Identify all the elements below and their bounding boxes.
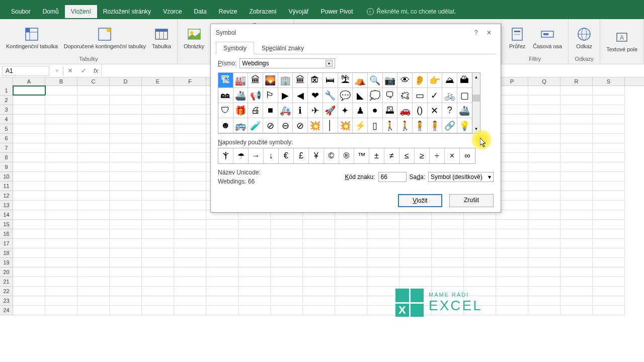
cell[interactable]	[528, 96, 560, 105]
symbol-cell[interactable]: 🛏	[323, 73, 338, 88]
tell-me[interactable]: ♀ Řekněte mi, co chcete udělat.	[367, 8, 456, 15]
cell[interactable]	[560, 134, 593, 143]
cell[interactable]	[77, 201, 110, 210]
cell[interactable]	[560, 248, 593, 258]
cell[interactable]	[77, 191, 110, 201]
cell[interactable]	[45, 134, 77, 143]
cell[interactable]	[174, 115, 206, 124]
cell[interactable]	[45, 239, 77, 248]
symbol-cell[interactable]: 🚲	[442, 88, 457, 103]
pictures-button[interactable]: Obrázky	[181, 20, 207, 55]
symbol-cell[interactable]: 🧍	[413, 118, 428, 133]
symbol-cell[interactable]: ✓	[428, 88, 443, 103]
cell[interactable]	[593, 162, 625, 172]
select-all-corner[interactable]	[0, 77, 13, 86]
cell[interactable]	[110, 162, 142, 172]
symbol-cell[interactable]: ▢	[457, 88, 472, 103]
row-header[interactable]: 24	[0, 306, 13, 315]
symbol-cell[interactable]: ⛺	[353, 73, 368, 88]
symbol-cell[interactable]: 🌄	[263, 73, 278, 88]
cell[interactable]	[528, 182, 560, 191]
symbol-cell[interactable]: │	[323, 118, 338, 133]
cell[interactable]	[528, 267, 560, 277]
symbol-cell[interactable]: ♟	[353, 103, 368, 118]
cell[interactable]	[206, 267, 238, 277]
cell[interactable]	[528, 287, 560, 296]
cell[interactable]	[560, 143, 593, 153]
cell[interactable]	[45, 248, 77, 258]
cell[interactable]	[593, 105, 625, 115]
cancel-formula-icon[interactable]: ✕	[63, 67, 77, 74]
cell[interactable]	[110, 201, 142, 210]
symbol-cell[interactable]: ⛰	[442, 73, 457, 88]
cell[interactable]	[174, 239, 206, 248]
font-select[interactable]: Webdings▾	[239, 58, 335, 68]
cell[interactable]	[335, 239, 367, 248]
cell[interactable]	[560, 115, 593, 124]
cell[interactable]	[593, 239, 625, 248]
cell[interactable]	[206, 239, 238, 248]
row-header[interactable]: 1	[0, 86, 13, 96]
row-header[interactable]: 14	[0, 210, 13, 220]
cell[interactable]	[45, 162, 77, 172]
symbol-cell[interactable]: 🧪	[248, 118, 263, 133]
cell[interactable]	[77, 86, 110, 96]
symbol-cell[interactable]: 🚶	[397, 118, 413, 133]
cell[interactable]	[142, 229, 174, 239]
cell[interactable]	[77, 124, 110, 134]
cell[interactable]	[528, 153, 560, 162]
cell[interactable]	[367, 229, 399, 239]
cell[interactable]	[110, 153, 142, 162]
cell[interactable]	[45, 296, 77, 306]
cell[interactable]	[238, 267, 271, 277]
cell[interactable]	[593, 96, 625, 105]
row-header[interactable]: 13	[0, 201, 13, 210]
cell[interactable]	[560, 105, 593, 115]
tab-soubor[interactable]: Soubor	[5, 5, 37, 18]
help-button[interactable]: ?	[469, 27, 482, 38]
recent-symbol[interactable]: →	[249, 148, 264, 163]
cell[interactable]	[45, 182, 77, 191]
cell[interactable]	[367, 258, 399, 267]
cell[interactable]	[528, 306, 560, 315]
cell[interactable]	[206, 306, 238, 315]
symbol-cell[interactable]: ✦	[338, 103, 353, 118]
cell[interactable]	[528, 143, 560, 153]
symbol-cell[interactable]: 🚢	[233, 88, 249, 103]
cell[interactable]	[271, 267, 303, 277]
symbol-cell[interactable]: 🗨	[383, 88, 398, 103]
cell[interactable]	[303, 287, 335, 296]
cell[interactable]	[45, 267, 77, 277]
cell[interactable]	[335, 287, 367, 296]
recent-symbol[interactable]: ∞	[460, 148, 475, 163]
cell[interactable]	[528, 162, 560, 172]
cell[interactable]	[399, 229, 432, 239]
cell[interactable]	[13, 277, 45, 287]
symbol-cell[interactable]: 🏛	[248, 73, 263, 88]
symbol-cell[interactable]: ✈	[308, 103, 323, 118]
cell[interactable]	[142, 172, 174, 182]
table-button[interactable]: Tabulka	[149, 20, 174, 55]
cell[interactable]	[142, 182, 174, 191]
cell[interactable]	[593, 306, 625, 315]
recent-symbol[interactable]: ®	[339, 148, 354, 163]
column-header[interactable]: R	[560, 77, 593, 85]
tab-zobrazeni[interactable]: Zobrazení	[244, 5, 283, 18]
symbol-cell[interactable]: 💬	[338, 88, 353, 103]
recent-symbol[interactable]: Ⲯ	[218, 148, 233, 163]
cell[interactable]	[206, 220, 238, 229]
column-header[interactable]: A	[13, 77, 45, 85]
cell[interactable]	[593, 287, 625, 296]
cell[interactable]	[560, 277, 593, 287]
cell[interactable]	[110, 124, 142, 134]
symbol-cell[interactable]: 🗯	[397, 88, 413, 103]
cell[interactable]	[560, 172, 593, 182]
cell[interactable]	[399, 258, 432, 267]
tab-specialni[interactable]: Speciální znaky	[254, 42, 311, 54]
tab-vyvojar[interactable]: Vývojář	[283, 5, 315, 18]
cell[interactable]	[110, 306, 142, 315]
cell[interactable]	[110, 248, 142, 258]
cell[interactable]	[560, 239, 593, 248]
cell[interactable]	[560, 258, 593, 267]
cell[interactable]	[399, 267, 432, 277]
